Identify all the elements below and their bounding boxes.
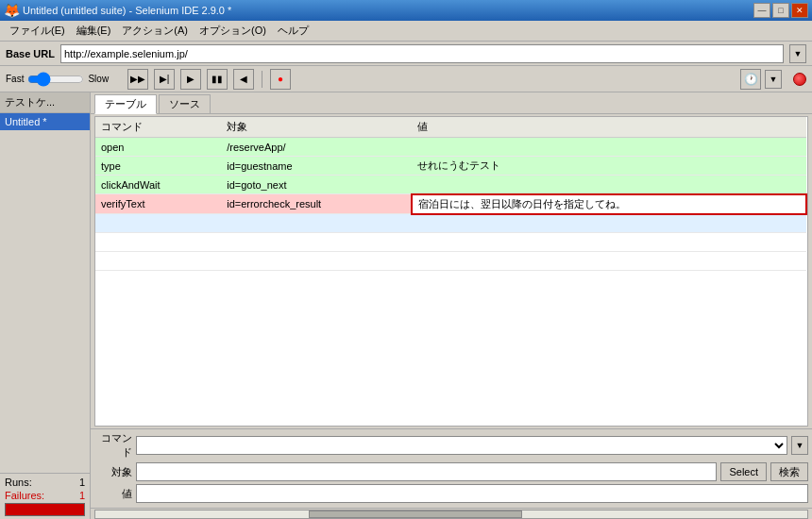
title-bar: 🦊 Untitled (untitled suite) - Selenium I… <box>0 0 812 21</box>
command-area: コマンド ▼ 対象 Select 検索 値 <box>91 428 812 508</box>
scrollbar-area <box>91 508 812 519</box>
failures-label: Failures: <box>5 490 44 501</box>
url-bar: Base URL ▼ <box>0 42 812 66</box>
cell-target <box>221 214 412 233</box>
cell-command <box>95 233 221 252</box>
history-button[interactable]: 🕐 <box>740 69 761 90</box>
cell-target: id=guestname <box>221 157 412 176</box>
table-row[interactable] <box>95 233 806 252</box>
sidebar-item-untitled[interactable]: Untitled * <box>0 113 90 130</box>
menu-actions[interactable]: アクション(A) <box>116 22 194 40</box>
table-row[interactable]: type id=guestname せれにうむテスト <box>95 157 806 176</box>
base-url-input[interactable] <box>60 44 784 63</box>
table-row[interactable] <box>95 252 806 271</box>
cell-value: 宿泊日には、翌日以降の日付を指定してね。 <box>412 194 806 214</box>
command-row: コマンド ▼ <box>94 431 808 460</box>
menu-edit[interactable]: 編集(E) <box>71 22 117 40</box>
close-button[interactable]: ✕ <box>791 3 808 18</box>
cell-target: id=goto_next <box>221 176 412 194</box>
speed-labels: Fast Slow <box>6 74 109 85</box>
table-row[interactable]: open /reserveApp/ <box>95 138 806 157</box>
base-url-label: Base URL <box>6 48 55 59</box>
toolbar-dropdown[interactable]: ▼ <box>765 70 782 89</box>
table-row[interactable] <box>95 214 806 233</box>
cell-target: /reserveApp/ <box>221 138 412 157</box>
value-label: 値 <box>94 487 132 501</box>
value-input[interactable] <box>136 484 808 503</box>
cell-command <box>95 252 221 271</box>
status-indicator <box>793 73 806 86</box>
test-table: コマンド 対象 値 open /reserveApp/ type <box>95 117 807 271</box>
col-header-command: コマンド <box>95 117 221 138</box>
sidebar-bottom: Runs: 1 Failures: 1 <box>0 473 90 519</box>
cell-command: clickAndWait <box>95 176 221 194</box>
menu-file[interactable]: ファイル(E) <box>4 22 71 40</box>
tab-table[interactable]: テーブル <box>94 94 157 114</box>
cell-value <box>412 252 806 271</box>
search-button[interactable]: 検索 <box>770 462 808 481</box>
runs-info: Runs: 1 <box>5 477 85 488</box>
cell-value <box>412 176 806 194</box>
cell-target: id=errorcheck_result <box>221 194 412 214</box>
step-button[interactable]: ▶ <box>180 69 201 90</box>
scrollbar-thumb[interactable] <box>309 511 522 518</box>
menu-options[interactable]: オプション(O) <box>194 22 272 40</box>
cell-value <box>412 233 806 252</box>
toolbar: Fast Slow ▶▶ ▶| ▶ ▮▮ ◀ ● 🕐 ▼ <box>0 66 812 92</box>
cell-value <box>412 138 806 157</box>
maximize-button[interactable]: □ <box>772 3 789 18</box>
table-row[interactable]: verifyText id=errorcheck_result 宿泊日には、翌日… <box>95 194 806 214</box>
table-row[interactable]: clickAndWait id=goto_next <box>95 176 806 194</box>
speed-slider[interactable] <box>27 74 84 85</box>
title-bar-left: 🦊 Untitled (untitled suite) - Selenium I… <box>4 3 231 18</box>
menu-bar: ファイル(E) 編集(E) アクション(A) オプション(O) ヘルプ <box>0 21 812 42</box>
app-icon: 🦊 <box>4 3 19 18</box>
tab-source[interactable]: ソース <box>159 94 211 113</box>
run-button[interactable]: ▶| <box>154 69 175 90</box>
fast-label: Fast <box>6 74 24 85</box>
menu-help[interactable]: ヘルプ <box>272 22 314 40</box>
cell-target <box>221 252 412 271</box>
minimize-button[interactable]: — <box>753 3 770 18</box>
tabs-row: テーブル ソース <box>91 92 812 114</box>
target-input[interactable] <box>136 462 717 481</box>
url-dropdown-button[interactable]: ▼ <box>789 44 806 63</box>
sidebar-header: テストケ... <box>0 92 90 113</box>
slow-label: Slow <box>88 74 109 85</box>
back-button[interactable]: ◀ <box>233 69 254 90</box>
horizontal-scrollbar[interactable] <box>94 510 808 519</box>
cell-target <box>221 233 412 252</box>
toolbar-right: 🕐 ▼ <box>740 69 806 90</box>
target-row: 対象 Select 検索 <box>94 462 808 481</box>
sidebar: テストケ... Untitled * Runs: 1 Failures: 1 <box>0 92 91 519</box>
select-button[interactable]: Select <box>720 462 767 481</box>
toolbar-separator <box>262 71 262 88</box>
test-table-container: コマンド 対象 値 open /reserveApp/ type <box>94 116 808 427</box>
main-content: テストケ... Untitled * Runs: 1 Failures: 1 テ… <box>0 92 812 519</box>
cell-value: せれにうむテスト <box>412 157 806 176</box>
record-button[interactable]: ● <box>270 69 291 90</box>
run-all-button[interactable]: ▶▶ <box>127 69 148 90</box>
pause-button[interactable]: ▮▮ <box>207 69 228 90</box>
runs-label: Runs: <box>5 477 32 488</box>
command-dropdown-button[interactable]: ▼ <box>791 436 808 455</box>
sidebar-item-label: Untitled * <box>5 116 47 127</box>
failures-count: 1 <box>79 490 85 501</box>
command-select[interactable] <box>136 436 787 455</box>
command-label: コマンド <box>94 431 132 460</box>
value-row: 値 <box>94 484 808 503</box>
window-title: Untitled (untitled suite) - Selenium IDE… <box>23 5 231 16</box>
cell-value <box>412 214 806 233</box>
failures-info: Failures: 1 <box>5 490 85 501</box>
progress-bar <box>5 503 85 516</box>
cell-command: type <box>95 157 221 176</box>
right-panel: テーブル ソース コマンド 対象 値 open /reserveApp/ <box>91 92 812 519</box>
col-header-value: 値 <box>412 117 806 138</box>
progress-bar-fill <box>6 504 84 515</box>
target-label: 対象 <box>94 465 132 479</box>
cell-command <box>95 214 221 233</box>
col-header-target: 対象 <box>221 117 412 138</box>
runs-count: 1 <box>79 477 85 488</box>
cell-command: verifyText <box>95 194 221 214</box>
window-controls: — □ ✕ <box>753 3 808 18</box>
